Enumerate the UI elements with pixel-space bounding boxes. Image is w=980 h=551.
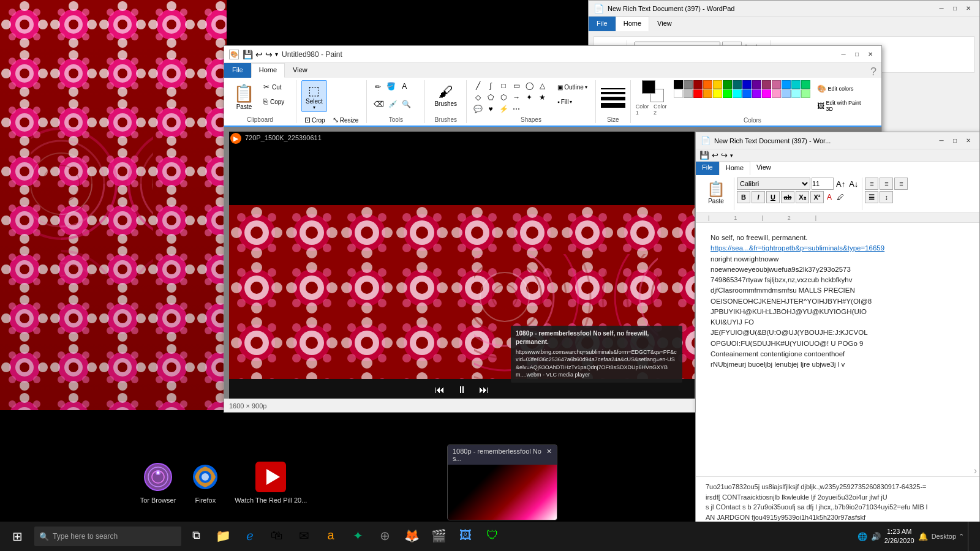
wordpad-fg-strikethrough-button[interactable]: ab xyxy=(781,191,794,203)
wordpad-fg-superscript-button[interactable]: X² xyxy=(810,191,824,203)
wordpad-fg-linespacing-button[interactable]: ↕ xyxy=(880,191,893,203)
wordpad-fg-underline-button[interactable]: U xyxy=(766,191,780,203)
paint-eyedropper-tool[interactable]: 💉 xyxy=(386,98,399,111)
color1-swatch[interactable] xyxy=(642,80,655,94)
palette-darkred[interactable] xyxy=(693,80,703,89)
wordpad-bg-minimize-button[interactable]: ─ xyxy=(935,2,948,15)
paint-fill-shape-button[interactable]: ▪ Fill ▾ xyxy=(554,95,590,108)
wordpad-qat-redo[interactable]: ↪ xyxy=(721,151,728,160)
subliminals-link[interactable]: https://sea...&fr=tightropetb&p=sublimin… xyxy=(710,244,884,252)
paint-copy-button[interactable]: ⎘ Copy xyxy=(260,95,291,108)
shape-star5[interactable]: ★ xyxy=(536,92,548,103)
palette-magenta[interactable] xyxy=(762,89,771,98)
palette-amber[interactable] xyxy=(703,89,712,98)
wordpad-fg-font-color-button[interactable]: A xyxy=(825,193,834,201)
taskbar-store-button[interactable]: 🛍 xyxy=(265,522,289,551)
paint-close-button[interactable]: ✕ xyxy=(864,48,876,61)
paint-qat-save[interactable]: 💾 xyxy=(243,50,253,59)
palette-gray[interactable] xyxy=(684,80,693,89)
paint-tab-view[interactable]: View xyxy=(285,63,315,78)
palette-brightyellow[interactable] xyxy=(713,89,722,98)
tor-browser-desktop-icon[interactable]: Tor Browser xyxy=(140,460,176,504)
palette-lightblue[interactable] xyxy=(782,89,791,98)
system-clock[interactable]: 1:23 AM 2/26/2020 xyxy=(884,527,914,546)
wordpad-fg-font-select[interactable]: Calibri xyxy=(737,178,810,190)
shape-more[interactable]: ⋯ xyxy=(510,103,522,114)
paint-select-button[interactable]: ⬚ Select ▾ xyxy=(301,80,327,112)
outline-dropdown[interactable]: ▾ xyxy=(585,84,587,90)
shape-callout[interactable]: 💬 xyxy=(472,103,484,114)
taskbar-vlc-button[interactable]: 🎬 xyxy=(426,522,451,551)
shape-rect[interactable]: □ xyxy=(497,80,510,91)
taskbar-photos-button[interactable]: 🖼 xyxy=(453,522,478,551)
paint-minimize-button[interactable]: ─ xyxy=(837,48,850,61)
palette-wine[interactable] xyxy=(762,80,771,89)
size-line-1[interactable] xyxy=(601,88,625,89)
taskbar-file-explorer-button[interactable]: 📁 xyxy=(211,522,235,551)
wordpad-bg-maximize-button[interactable]: □ xyxy=(949,2,961,15)
palette-white[interactable] xyxy=(674,89,683,98)
paint-tab-file[interactable]: File xyxy=(224,63,251,78)
network-tray-icon[interactable]: 🌐 xyxy=(858,532,867,541)
desktop-button[interactable]: Desktop ⌃ xyxy=(932,533,964,541)
shape-lightning[interactable]: ⚡ xyxy=(497,103,510,114)
paint-pencil-tool[interactable]: ✏ xyxy=(372,80,384,94)
paint-brushes-button[interactable]: 🖌 Brushes xyxy=(430,80,461,112)
task-view-button[interactable]: ⧉ xyxy=(184,522,208,551)
palette-aqua[interactable] xyxy=(733,89,742,98)
taskbar-edge-button[interactable]: ℯ xyxy=(238,522,262,551)
palette-green[interactable] xyxy=(723,80,732,89)
taskbar-games-button[interactable]: ⊕ xyxy=(372,522,397,551)
paint-tab-home[interactable]: Home xyxy=(251,63,285,78)
wordpad-bg-tab-home[interactable]: Home xyxy=(616,17,649,31)
wordpad-fg-minimize-button[interactable]: ─ xyxy=(935,135,948,147)
wordpad-fg-font-size[interactable] xyxy=(812,178,834,190)
palette-yellow[interactable] xyxy=(713,80,722,89)
paint-outline-button[interactable]: ▣ Outline ▾ xyxy=(554,80,590,94)
palette-brightgreen[interactable] xyxy=(723,89,732,98)
wordpad-fg-shrink-font[interactable]: A↓ xyxy=(848,179,859,189)
wordpad-fg-align-right[interactable]: ≡ xyxy=(894,178,908,190)
wordpad-bg-tab-view[interactable]: View xyxy=(649,17,680,31)
shape-hexagon[interactable]: ⬡ xyxy=(497,92,510,103)
taskbar-mail-button[interactable]: ✉ xyxy=(292,522,316,551)
paint-qat-undo[interactable]: ↩ xyxy=(255,50,263,59)
paint-edit-colors-button[interactable]: 🎨 Edit colors xyxy=(814,81,869,96)
wordpad-fg-paste-button[interactable]: 📋 Paste xyxy=(701,178,731,208)
palette-skyblue[interactable] xyxy=(782,80,791,89)
taskbar-security-button[interactable]: 🛡 xyxy=(480,522,505,551)
wordpad-fg-content[interactable]: No self, no freewill, permanent. https:/… xyxy=(696,223,979,465)
show-desktop-button[interactable] xyxy=(968,522,973,551)
start-button[interactable]: ⊞ xyxy=(2,522,32,551)
paint-help-button[interactable]: ? xyxy=(865,63,881,78)
wordpad-qat-undo[interactable]: ↩ xyxy=(712,151,718,160)
wordpad-fg-tab-view[interactable]: View xyxy=(750,162,777,175)
paint-qat-redo[interactable]: ↪ xyxy=(265,50,273,59)
shape-pentagon[interactable]: ⬠ xyxy=(484,92,497,103)
paint-resize-button[interactable]: ⤡ Resize xyxy=(330,113,362,127)
wordpad-fg-grow-font[interactable]: A↑ xyxy=(835,179,846,189)
volume-tray-icon[interactable]: 🔊 xyxy=(871,532,881,541)
palette-teal[interactable] xyxy=(733,80,742,89)
size-line-3[interactable] xyxy=(601,97,625,100)
palette-violet[interactable] xyxy=(752,89,761,98)
wordpad-qat-save[interactable]: 💾 xyxy=(699,151,709,160)
wordpad-fg-align-left[interactable]: ≡ xyxy=(865,178,878,190)
wordpad-qat-dropdown[interactable]: ▾ xyxy=(730,152,733,159)
palette-cyan[interactable] xyxy=(791,80,801,89)
taskbar-search[interactable]: 🔍 Type here to search xyxy=(34,527,181,546)
paint-edit-with-paint3d-button[interactable]: 🖼 Edit with Paint 3D xyxy=(814,99,869,113)
shape-curve[interactable]: ∫ xyxy=(484,80,497,91)
palette-silver[interactable] xyxy=(684,89,693,98)
paint-zoom-tool[interactable]: 🔍 xyxy=(400,98,413,111)
watch-redpill-desktop-icon[interactable]: Watch The Red Pill 20... xyxy=(235,460,307,504)
shape-line[interactable]: ╱ xyxy=(472,80,484,91)
wordpad-fg-align-center[interactable]: ≡ xyxy=(880,178,893,190)
palette-brightblue[interactable] xyxy=(742,89,752,98)
palette-lime[interactable] xyxy=(801,80,810,89)
paint-eraser-tool[interactable]: ⌫ xyxy=(372,98,386,111)
paint-paste-button[interactable]: 📋 Paste xyxy=(229,80,259,112)
wordpad-bg-tab-file[interactable]: File xyxy=(589,17,616,31)
shape-arrow[interactable]: → xyxy=(510,92,522,103)
shape-triangle[interactable]: △ xyxy=(536,80,548,91)
